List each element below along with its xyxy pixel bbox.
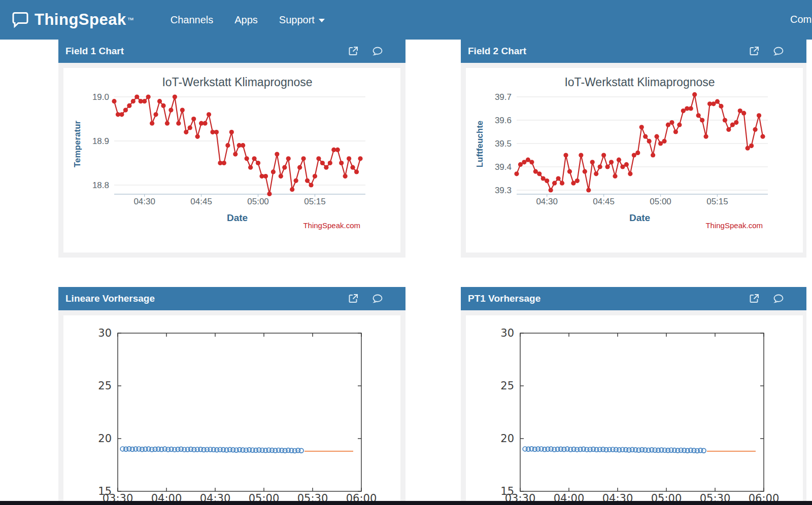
panel-title: Field 1 Chart — [58, 46, 124, 57]
data-point — [343, 174, 348, 178]
data-point — [313, 174, 317, 178]
thingspeak-logo[interactable]: ThingSpeak ™ — [0, 11, 134, 29]
data-point — [563, 153, 568, 157]
panel-title: PT1 Vorhersage — [461, 293, 540, 304]
data-point — [153, 112, 158, 117]
data-point — [271, 169, 276, 174]
data-point — [529, 160, 534, 164]
data-point — [127, 103, 131, 108]
data-point — [173, 94, 177, 99]
data-point — [202, 121, 207, 126]
comment-bubble-icon[interactable] — [773, 46, 784, 57]
data-point — [168, 108, 173, 113]
external-link-icon[interactable] — [749, 46, 760, 57]
data-point — [741, 111, 746, 116]
data-point — [165, 121, 170, 126]
brand-name: ThingSpeak — [35, 11, 126, 29]
data-point — [263, 174, 268, 178]
data-point — [651, 153, 655, 157]
chart-area: 3025201503:3004:0004:3005:0005:3006:00 — [466, 315, 803, 502]
panel-header: Lineare Vorhersage — [58, 287, 405, 310]
data-point — [241, 143, 245, 148]
bottom-edge-strip — [0, 501, 812, 505]
data-point — [245, 156, 249, 161]
data-point — [157, 99, 162, 103]
data-point — [677, 123, 682, 127]
data-point — [579, 153, 583, 157]
plot-box — [118, 333, 361, 491]
panel-body: 3025201503:3004:0004:3005:0005:3006:00 — [58, 310, 405, 505]
panel-field1-chart: Field 1 Chart 19.018.918.804:3004:4505:0… — [58, 40, 405, 258]
data-point — [601, 153, 606, 157]
data-point — [537, 171, 542, 176]
data-point — [316, 156, 321, 161]
data-point — [305, 178, 310, 183]
data-point — [347, 156, 351, 161]
external-link-icon[interactable] — [749, 293, 760, 304]
data-point — [282, 165, 287, 170]
panel-body: 39.739.639.539.439.304:3004:4505:0005:15… — [461, 63, 806, 258]
chart-title: IoT-Werkstatt Klimaprognose — [564, 76, 715, 89]
y-tick-label: 30 — [98, 327, 112, 339]
data-point — [560, 181, 564, 186]
observed-point — [701, 448, 706, 453]
data-point — [700, 118, 704, 122]
x-tick-label: 05:00 — [247, 197, 269, 206]
x-tick-label: 04:30 — [133, 197, 155, 206]
y-tick-label: 39.4 — [495, 162, 512, 172]
external-link-icon[interactable] — [348, 46, 359, 57]
data-point — [689, 106, 693, 111]
y-tick-label: 20 — [98, 432, 112, 445]
data-point — [207, 112, 211, 117]
panel-field2-chart: Field 2 Chart 39.739.639.539.439.304:300… — [461, 40, 806, 258]
y-tick-label: 18.9 — [92, 136, 109, 146]
y-tick-label: 18.8 — [92, 181, 109, 190]
data-point — [567, 169, 572, 174]
data-point — [673, 129, 678, 134]
external-link-icon[interactable] — [348, 293, 359, 304]
data-point — [549, 188, 553, 192]
nav-item-channels[interactable]: Channels — [171, 14, 214, 26]
comment-bubble-icon[interactable] — [372, 46, 383, 57]
data-line — [517, 94, 763, 190]
data-point — [354, 169, 359, 174]
data-point — [635, 151, 640, 155]
y-tick-label: 19.0 — [92, 92, 109, 102]
data-point — [575, 178, 580, 183]
panel-body: 3025201503:3004:0004:3005:0005:3006:00 — [461, 310, 806, 505]
x-tick-label: 05:00 — [650, 197, 671, 206]
x-axis-label: Date — [227, 212, 248, 223]
comment-bubble-icon[interactable] — [773, 293, 784, 304]
main-nav: Channels Apps Support — [171, 14, 325, 26]
comment-bubble-icon[interactable] — [372, 293, 383, 304]
nav-item-apps[interactable]: Apps — [234, 14, 258, 26]
y-tick-label: 39.7 — [495, 92, 512, 102]
data-point — [590, 160, 595, 164]
data-point — [545, 178, 549, 183]
watermark: ThingSpeak.com — [303, 221, 360, 230]
nav-item-support[interactable]: Support — [279, 14, 325, 26]
data-point — [358, 156, 362, 161]
data-point — [613, 174, 617, 178]
data-point — [301, 156, 306, 161]
data-point — [146, 94, 151, 99]
data-point — [647, 139, 652, 143]
data-point — [624, 162, 629, 167]
data-point — [760, 134, 765, 139]
data-point — [161, 103, 165, 108]
data-point — [248, 165, 253, 170]
watermark: ThingSpeak.com — [705, 221, 763, 230]
y-tick-label: 39.6 — [495, 116, 512, 125]
field2-line-chart: 39.739.639.539.439.304:3004:4505:0005:15… — [466, 68, 803, 252]
chevron-down-icon — [319, 19, 325, 22]
data-point — [556, 176, 560, 181]
data-point — [195, 134, 200, 139]
panel-header: PT1 Vorhersage — [461, 287, 806, 310]
chart-area: 3025201503:3004:0004:3005:0005:3006:00 — [63, 315, 400, 502]
nav-item-right-truncated[interactable]: Com — [790, 14, 811, 25]
pt1-forecast-plot: 3025201503:3004:0004:3005:0005:3006:00 — [466, 315, 803, 502]
data-point — [609, 160, 614, 164]
data-point — [757, 113, 761, 118]
data-point — [643, 134, 648, 139]
data-point — [176, 121, 181, 126]
